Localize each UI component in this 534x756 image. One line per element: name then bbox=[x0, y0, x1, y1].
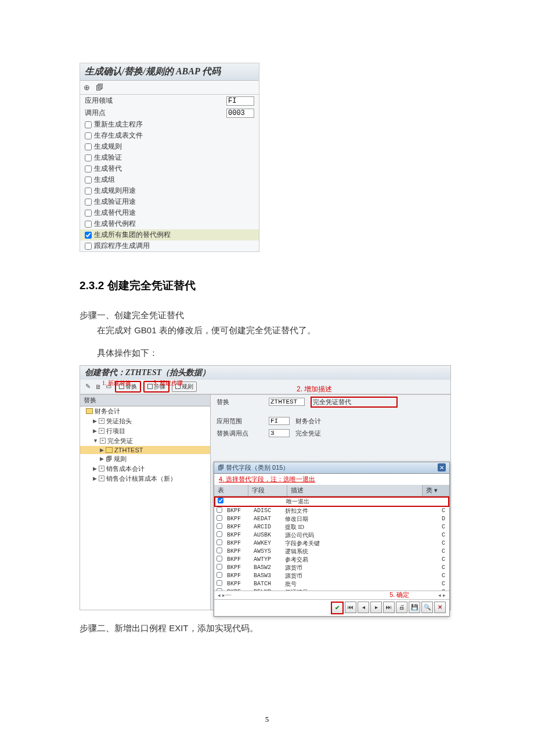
tree-node-label: 财务会计 bbox=[95, 407, 120, 416]
checkbox[interactable] bbox=[85, 177, 92, 183]
row-check[interactable] bbox=[217, 548, 222, 553]
section-heading: 2.3.2 创建完全凭证替代 bbox=[80, 278, 456, 293]
tree-node[interactable]: ▶+行项目 bbox=[80, 426, 210, 436]
checkbox[interactable] bbox=[85, 121, 92, 128]
row-check[interactable] bbox=[217, 531, 222, 537]
abap-generate-panel: 生成确认/替换/规则的 ABAP 代码 ⊕ 🗐 应用领域 调用点 重新生成主程序… bbox=[80, 63, 259, 252]
folder-icon bbox=[86, 408, 93, 414]
dialog-row[interactable]: BKPFBATCH批号C bbox=[214, 580, 449, 588]
checkbox[interactable] bbox=[85, 221, 92, 228]
dialog-row[interactable]: BKPFAUSBK源公司代码C bbox=[214, 531, 449, 539]
checkbox-label: 生存生成表文件 bbox=[94, 131, 143, 141]
tree-node[interactable]: ▶🗐规则 bbox=[80, 454, 210, 464]
dialog-cancel-button[interactable]: ✕ bbox=[434, 602, 446, 613]
row-desc: 折扣文件 bbox=[285, 507, 438, 515]
row-table: BKPF bbox=[225, 564, 254, 571]
dialog-close-icon[interactable]: ✕ bbox=[438, 463, 446, 471]
row-type: C bbox=[438, 581, 449, 587]
row-check[interactable] bbox=[217, 539, 222, 545]
folder-icon bbox=[106, 447, 113, 453]
tree-node[interactable]: 财务会计 bbox=[80, 406, 210, 416]
row-type: C bbox=[438, 524, 449, 530]
dialog-row-first[interactable]: 唯一退出 bbox=[214, 496, 449, 507]
expand-icon[interactable]: + bbox=[100, 438, 106, 444]
execute-icon[interactable]: ⊕ bbox=[84, 83, 90, 92]
checkbox[interactable] bbox=[85, 188, 92, 195]
checkbox[interactable] bbox=[85, 154, 92, 161]
row-check[interactable] bbox=[217, 515, 222, 521]
row-table: BKPF bbox=[225, 507, 254, 514]
dialog-search-icon[interactable]: 🔍 bbox=[421, 602, 433, 613]
checkbox[interactable] bbox=[85, 243, 92, 250]
checkbox[interactable] bbox=[85, 165, 92, 172]
checkbox[interactable] bbox=[85, 132, 92, 139]
r1-code-input[interactable] bbox=[269, 398, 305, 406]
call-point-input[interactable] bbox=[226, 109, 254, 118]
checkbox[interactable] bbox=[85, 199, 92, 206]
expand-icon[interactable]: + bbox=[99, 476, 104, 481]
row-check[interactable] bbox=[217, 580, 222, 586]
app-area-input[interactable] bbox=[226, 96, 254, 106]
dialog-row[interactable]: BKPFAWKEY字段参考关键C bbox=[214, 539, 449, 548]
scroll-left-icon[interactable]: ◂ ▸ bbox=[218, 592, 225, 598]
checkbox[interactable] bbox=[85, 143, 92, 150]
row-check[interactable] bbox=[217, 588, 222, 591]
dialog-row[interactable]: BKPFBASW2源货币C bbox=[214, 564, 449, 572]
options-icon[interactable]: 🗐 bbox=[96, 83, 103, 92]
expand-icon[interactable]: + bbox=[99, 418, 104, 424]
dialog-next-icon[interactable]: ▸ bbox=[370, 602, 382, 613]
row-check[interactable] bbox=[217, 556, 222, 561]
dialog-row[interactable]: BKPFBELNR凭证编号C bbox=[214, 588, 449, 591]
row-field: AWTYP bbox=[254, 556, 285, 563]
copy-icon[interactable]: 🗎 bbox=[94, 383, 102, 391]
tree-node[interactable]: ▶ZTHTEST bbox=[80, 446, 210, 454]
tree-node[interactable]: ▶+销售成本会计 bbox=[80, 464, 210, 474]
panel2-title: 创建替代：ZTHTEST（抬头数据） bbox=[80, 366, 450, 380]
dialog-prev-icon[interactable]: ◂ bbox=[358, 602, 369, 613]
tree-node[interactable]: ▶+销售会计核算成本（新） bbox=[80, 474, 210, 484]
row-type: C bbox=[438, 548, 449, 555]
expand-icon[interactable]: + bbox=[99, 466, 104, 471]
tree-node[interactable]: ▼+完全凭证 bbox=[80, 436, 210, 446]
page-number: 5 bbox=[0, 715, 534, 724]
checkbox[interactable] bbox=[85, 232, 92, 239]
row-check[interactable] bbox=[217, 523, 222, 529]
checkbox-label: 生成替代用途 bbox=[94, 208, 136, 218]
dialog-last-icon[interactable]: ⏭ bbox=[383, 602, 395, 613]
dialog-row[interactable]: BKPFAWSYS逻辑系统C bbox=[214, 548, 449, 556]
dialog-row[interactable]: BKPFBASW3源货币C bbox=[214, 572, 449, 580]
dialog-print-icon[interactable]: 🖨 bbox=[396, 602, 407, 613]
detail-heading: 具体操作如下： bbox=[80, 345, 456, 361]
scroll-right-icon[interactable]: ◂ ▸ bbox=[438, 592, 446, 598]
first-row-check[interactable] bbox=[218, 498, 223, 503]
checkbox-row: 生成规则 bbox=[80, 141, 259, 152]
checkbox-label: 生成验证用途 bbox=[94, 197, 136, 207]
dialog-save-icon[interactable]: 💾 bbox=[409, 602, 420, 613]
dialog-row[interactable]: BKPFARCID提取 IDC bbox=[214, 523, 449, 531]
r2-code-input[interactable] bbox=[269, 417, 290, 425]
checkbox[interactable] bbox=[85, 210, 92, 217]
dialog-row[interactable]: BKPFAWTYP参考交易C bbox=[214, 556, 449, 564]
step1-desc: 在完成对 GB01 表的修改后，便可创建完全凭证替代了。 bbox=[80, 323, 456, 338]
dialog-scroll[interactable]: ◂ ▸ ┄┄ 5. 确定 ◂ ▸ bbox=[214, 591, 449, 599]
dialog-confirm-button[interactable]: ✔ bbox=[331, 602, 344, 614]
row-check[interactable] bbox=[217, 564, 222, 570]
row-table: BKPF bbox=[225, 540, 254, 546]
dialog-row[interactable]: BKPFAEDAT修改日期D bbox=[214, 515, 449, 523]
dialog-first-icon[interactable]: ⏮ bbox=[345, 602, 356, 613]
r1-desc[interactable]: 完全凭证替代 bbox=[311, 397, 398, 408]
row-check[interactable] bbox=[217, 572, 222, 578]
expand-icon[interactable]: + bbox=[99, 428, 104, 434]
row-desc: 逻辑系统 bbox=[285, 548, 438, 556]
row-type: C bbox=[438, 540, 449, 546]
r3-code-input[interactable] bbox=[269, 429, 290, 437]
panel-toolbar: ⊕ 🗐 bbox=[80, 81, 259, 95]
dialog-row[interactable]: BKPFADISC折扣文件C bbox=[214, 507, 449, 515]
tree-node-label: 销售会计核算成本（新） bbox=[106, 474, 176, 483]
row-type: C bbox=[438, 564, 449, 571]
panel2-toolbar: 1. 新建替换 3. 新建步骤 ✎ 🗎 ▭ 替换 步骤 规则 bbox=[80, 380, 450, 394]
pencil-icon[interactable]: ✎ bbox=[84, 383, 92, 391]
row-check[interactable] bbox=[217, 507, 222, 513]
row-type: C bbox=[438, 556, 449, 563]
tree-node[interactable]: ▶+凭证抬头 bbox=[80, 416, 210, 426]
